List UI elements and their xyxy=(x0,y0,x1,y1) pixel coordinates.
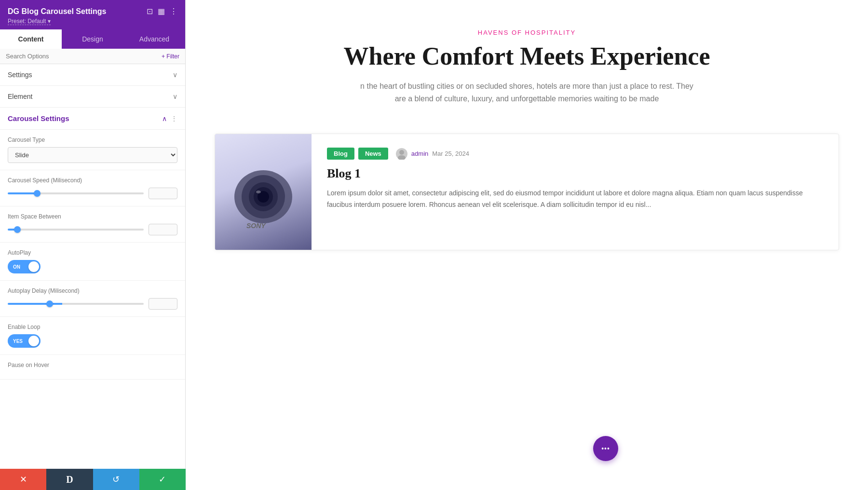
card-image-svg: SONY xyxy=(225,134,302,240)
header-icons: ⊡ ▦ ⋮ xyxy=(147,7,177,16)
carousel-speed-label: Carousel Speed (Milisecond) xyxy=(8,177,177,184)
card-meta: admin Mar 25, 2024 xyxy=(396,148,469,160)
checkmark-icon: ✓ xyxy=(159,474,166,485)
svg-point-7 xyxy=(399,150,404,155)
card-image-inner: SONY xyxy=(215,134,312,250)
item-space-value[interactable]: 3 xyxy=(149,224,177,235)
autoplay-delay-field: Autoplay Delay (Milisecond) 3000 xyxy=(0,281,185,317)
tabs: Content Design Advanced xyxy=(0,29,185,49)
item-space-field: Item Space Between 3 xyxy=(0,206,185,243)
card-tags: Blog News admin Mar 25, 2024 xyxy=(327,148,823,160)
carousel-type-select[interactable]: Slide Fade Cube Coverflow Flip xyxy=(8,147,177,163)
bottom-bar: ✕ D ↺ ✓ xyxy=(0,469,186,490)
left-panel: DG Blog Carousel Settings ⊡ ▦ ⋮ Preset: … xyxy=(0,0,186,490)
settings-section-header[interactable]: Settings ∨ xyxy=(0,64,185,86)
autoplay-delay-value[interactable]: 3000 xyxy=(149,298,177,310)
pause-on-hover-field: Pause on Hover xyxy=(0,355,185,380)
carousel-type-field: Carousel Type Slide Fade Cube Coverflow … xyxy=(0,130,185,170)
element-section-header[interactable]: Element ∨ xyxy=(0,86,185,108)
autoplay-delay-slider[interactable] xyxy=(8,303,144,305)
carousel-speed-slider[interactable] xyxy=(8,192,144,194)
more-options-icon[interactable]: ⋮ xyxy=(170,7,177,16)
filter-button[interactable]: + Filter xyxy=(162,53,179,60)
card-title: Blog 1 xyxy=(327,166,823,181)
carousel-wrapper: SONY Blog News admin Mar xyxy=(186,124,868,270)
svg-text:SONY: SONY xyxy=(246,222,266,230)
search-bar: + Filter xyxy=(0,49,185,64)
hero-title: Where Comfort Meets Experience xyxy=(205,42,849,70)
tag-blog: Blog xyxy=(327,148,354,160)
enable-loop-toggle[interactable]: YES xyxy=(8,334,41,348)
author-avatar xyxy=(396,148,407,160)
refresh-icon: ↺ xyxy=(112,474,120,485)
enable-loop-toggle-knob xyxy=(28,336,39,346)
hero-section: HAVENS OF HOSPITALITY Where Comfort Meet… xyxy=(186,0,868,124)
panel-header: DG Blog Carousel Settings ⊡ ▦ ⋮ Preset: … xyxy=(0,0,185,29)
item-space-slider[interactable] xyxy=(8,229,144,231)
settings-label: Settings xyxy=(8,71,32,79)
enable-loop-field: Enable Loop YES xyxy=(0,317,185,355)
settings-chevron-icon: ∨ xyxy=(173,71,177,79)
tab-advanced[interactable]: Advanced xyxy=(123,29,185,49)
fab-icon: ••• xyxy=(601,445,610,452)
element-label: Element xyxy=(8,93,32,100)
close-button[interactable]: ✕ xyxy=(0,469,46,490)
carousel-more-icon[interactable]: ⋮ xyxy=(171,115,177,122)
tab-design[interactable]: Design xyxy=(62,29,123,49)
carousel-collapse-icon[interactable]: ∧ xyxy=(162,115,167,122)
save-button[interactable]: ✓ xyxy=(139,469,186,490)
element-chevron-icon: ∨ xyxy=(173,93,177,100)
window-icon[interactable]: ⊡ xyxy=(147,7,153,16)
close-icon: ✕ xyxy=(20,474,27,485)
card-image: SONY xyxy=(215,134,312,250)
card-excerpt: Lorem ipsum dolor sit amet, consectetur … xyxy=(327,188,823,211)
carousel-type-label: Carousel Type xyxy=(8,136,177,143)
layout-icon[interactable]: ▦ xyxy=(158,7,165,16)
search-input[interactable] xyxy=(6,53,158,60)
hero-description: n the heart of bustling cities or on sec… xyxy=(358,80,696,105)
carousel-speed-value[interactable]: 1000 xyxy=(149,188,177,199)
autoplay-toggle[interactable]: ON xyxy=(8,260,41,273)
card-content: Blog News admin Mar 25, 2024 Blog 1 Lore… xyxy=(312,134,839,250)
hero-category: HAVENS OF HOSPITALITY xyxy=(205,29,849,36)
carousel-card: SONY Blog News admin Mar xyxy=(215,134,839,250)
tag-news: News xyxy=(358,148,388,160)
divi-button[interactable]: D xyxy=(46,469,93,490)
svg-point-5 xyxy=(256,191,261,193)
carousel-speed-field: Carousel Speed (Milisecond) 1000 xyxy=(0,170,185,206)
author-name[interactable]: admin xyxy=(411,150,428,157)
preview-area: HAVENS OF HOSPITALITY Where Comfort Meet… xyxy=(186,0,868,490)
enable-loop-label: Enable Loop xyxy=(8,324,177,330)
autoplay-toggle-knob xyxy=(28,261,39,272)
item-space-label: Item Space Between xyxy=(8,213,177,220)
refresh-button[interactable]: ↺ xyxy=(93,469,139,490)
carousel-settings-controls: ∧ ⋮ xyxy=(162,115,177,122)
panel-title: DG Blog Carousel Settings xyxy=(8,7,106,16)
svg-point-8 xyxy=(398,155,406,160)
divi-icon: D xyxy=(66,474,73,485)
autoplay-toggle-label: ON xyxy=(9,264,20,270)
enable-loop-toggle-label: YES xyxy=(9,339,23,344)
carousel-settings-title: Carousel Settings xyxy=(8,114,69,122)
pause-on-hover-label: Pause on Hover xyxy=(8,362,177,368)
preset-label: Preset: Default ▾ xyxy=(8,18,177,25)
carousel-settings-header: Carousel Settings ∧ ⋮ xyxy=(0,108,185,130)
fab-button[interactable]: ••• xyxy=(593,436,618,461)
tab-content[interactable]: Content xyxy=(0,29,62,49)
right-area: HAVENS OF HOSPITALITY Where Comfort Meet… xyxy=(186,0,868,490)
autoplay-field: AutoPlay ON xyxy=(0,243,185,281)
card-date: Mar 25, 2024 xyxy=(432,150,469,157)
autoplay-label: AutoPlay xyxy=(8,249,177,256)
panel-body: Settings ∨ Element ∨ Carousel Settings ∧… xyxy=(0,64,185,490)
autoplay-delay-label: Autoplay Delay (Milisecond) xyxy=(8,287,177,294)
